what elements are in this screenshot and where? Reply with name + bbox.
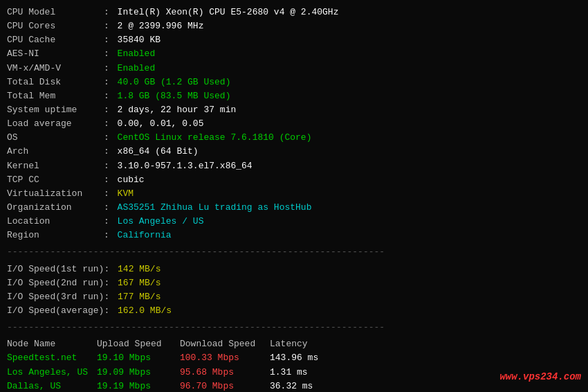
vm-value: Enabled (118, 62, 156, 75)
upload-speed: 19.19 Mbps (97, 380, 180, 392)
location-value: Los Angeles / US (118, 215, 204, 229)
uptime-row: System uptime : 2 days, 22 hour 37 min (7, 103, 581, 117)
location-label: Location (7, 215, 104, 229)
load-row: Load average : 0.00, 0.01, 0.05 (7, 117, 581, 131)
col-upload-header: Upload Speed (97, 337, 180, 351)
latency: 1.31 ms (270, 366, 308, 380)
io-run3-value: 177 MB/s (118, 290, 160, 304)
total-disk-value: 40.0 GB (1.2 GB Used) (118, 75, 231, 89)
tcp-value: cubic (118, 173, 145, 187)
load-value: 0.00, 0.01, 0.05 (118, 117, 204, 131)
region-row: Region : California (7, 229, 581, 242)
download-speed: 95.68 Mbps (180, 366, 270, 380)
os-value: CentOS Linux release 7.6.1810 (Core) (118, 131, 312, 145)
total-disk-label: Total Disk (7, 75, 104, 89)
divider-2: ----------------------------------------… (7, 321, 581, 335)
cpu-cores-row: CPU Cores : 2 @ 2399.996 MHz (7, 19, 581, 33)
io-avg-row: I/O Speed(average) : 162.0 MB/s (7, 304, 581, 318)
upload-speed: 19.09 Mbps (97, 366, 180, 380)
divider-1: ----------------------------------------… (7, 245, 581, 259)
network-row: Speedtest.net 19.10 Mbps 100.33 Mbps 143… (7, 351, 581, 365)
kernel-label: Kernel (7, 159, 104, 173)
cpu-cores-value: 2 @ 2399.996 MHz (118, 19, 204, 33)
io-run2-row: I/O Speed(2nd run) : 167 MB/s (7, 276, 581, 290)
watermark: www.vps234.com (499, 370, 581, 385)
io-run3-row: I/O Speed(3rd run) : 177 MB/s (7, 290, 581, 304)
org-label: Organization (7, 201, 104, 215)
latency: 143.96 ms (270, 351, 318, 365)
col-latency-header: Latency (270, 337, 308, 351)
cpu-cache-label: CPU Cache (7, 33, 104, 47)
virt-label: Virtualization (7, 187, 104, 201)
node-name: Speedtest.net (7, 351, 97, 365)
location-row: Location : Los Angeles / US (7, 215, 581, 229)
os-row: OS : CentOS Linux release 7.6.1810 (Core… (7, 131, 581, 145)
network-row: Los Angeles, US 19.09 Mbps 95.68 Mbps 1.… (7, 366, 581, 380)
network-rows-container: Speedtest.net 19.10 Mbps 100.33 Mbps 143… (7, 351, 581, 392)
aes-ni-row: AES-NI : Enabled (7, 47, 581, 61)
upload-speed: 19.10 Mbps (97, 351, 180, 365)
col-node-header: Node Name (7, 337, 97, 351)
total-mem-label: Total Mem (7, 89, 104, 103)
uptime-label: System uptime (7, 103, 104, 117)
virt-row: Virtualization : KVM (7, 187, 581, 201)
arch-label: Arch (7, 145, 104, 159)
aes-ni-label: AES-NI (7, 47, 104, 61)
io-run2-label: I/O Speed(2nd run) (7, 276, 104, 290)
vm-label: VM-x/AMD-V (7, 62, 104, 75)
network-header: Node Name Upload Speed Download Speed La… (7, 337, 581, 351)
tcp-row: TCP CC : cubic (7, 173, 581, 187)
total-mem-value: 1.8 GB (83.5 MB Used) (118, 89, 231, 103)
io-run1-label: I/O Speed(1st run) (7, 262, 104, 276)
io-run1-row: I/O Speed(1st run) : 142 MB/s (7, 262, 581, 276)
network-row: Dallas, US 19.19 Mbps 96.70 Mbps 36.32 m… (7, 380, 581, 392)
io-avg-value: 162.0 MB/s (118, 304, 172, 318)
cpu-model-value: Intel(R) Xeon(R) CPU E5-2680 v4 @ 2.40GH… (118, 6, 339, 19)
region-label: Region (7, 229, 104, 242)
latency: 36.32 ms (270, 380, 313, 392)
load-label: Load average (7, 117, 104, 131)
cpu-model-label: CPU Model (7, 6, 104, 19)
col-download-header: Download Speed (180, 337, 270, 351)
vm-row: VM-x/AMD-V : Enabled (7, 62, 581, 75)
io-run3-label: I/O Speed(3rd run) (7, 290, 104, 304)
kernel-value: 3.10.0-957.1.3.el7.x86_64 (118, 159, 252, 173)
org-row: Organization : AS35251 Zhihua Lu trading… (7, 201, 581, 215)
arch-value: x86_64 (64 Bit) (118, 145, 199, 159)
cpu-cache-row: CPU Cache : 35840 KB (7, 33, 581, 47)
org-value: AS35251 Zhihua Lu trading as HostHub (118, 201, 312, 215)
uptime-value: 2 days, 22 hour 37 min (118, 103, 237, 117)
cpu-model-row: CPU Model : Intel(R) Xeon(R) CPU E5-2680… (7, 6, 581, 19)
aes-ni-value: Enabled (118, 47, 156, 61)
arch-row: Arch : x86_64 (64 Bit) (7, 145, 581, 159)
total-disk-row: Total Disk : 40.0 GB (1.2 GB Used) (7, 75, 581, 89)
node-name: Los Angeles, US (7, 366, 97, 380)
download-speed: 96.70 Mbps (180, 380, 270, 392)
cpu-cores-label: CPU Cores (7, 19, 104, 33)
download-speed: 100.33 Mbps (180, 351, 270, 365)
kernel-row: Kernel : 3.10.0-957.1.3.el7.x86_64 (7, 159, 581, 173)
region-value: California (118, 229, 172, 242)
node-name: Dallas, US (7, 380, 97, 392)
os-label: OS (7, 131, 104, 145)
total-mem-row: Total Mem : 1.8 GB (83.5 MB Used) (7, 89, 581, 103)
tcp-label: TCP CC (7, 173, 104, 187)
cpu-cache-value: 35840 KB (118, 33, 160, 47)
virt-value: KVM (118, 187, 134, 201)
io-avg-label: I/O Speed(average) (7, 304, 104, 318)
io-run2-value: 167 MB/s (118, 276, 160, 290)
io-run1-value: 142 MB/s (118, 262, 160, 276)
